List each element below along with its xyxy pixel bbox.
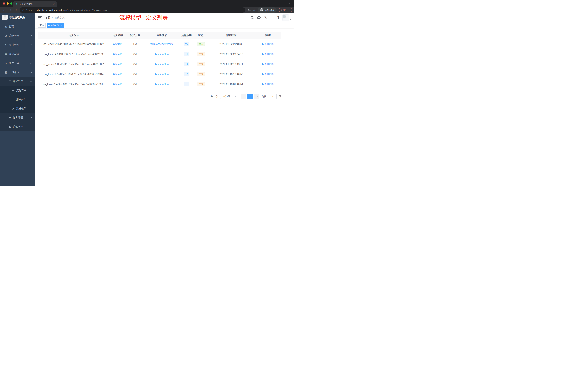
form-link[interactable]: /bpm/oa/flow	[155, 53, 169, 55]
chevron-up-icon	[30, 81, 32, 83]
warning-icon: ⚠	[22, 9, 24, 11]
zoom-window-button[interactable]	[10, 2, 12, 5]
key-icon[interactable]	[247, 9, 251, 12]
process-version-cell: v5	[179, 39, 194, 49]
definition-category-cell: OA	[126, 59, 144, 69]
assign-rule-link[interactable]: 分配规则	[262, 52, 274, 55]
close-icon[interactable]: ×	[61, 24, 63, 26]
browser-tab[interactable]: 芋道管理系统 ×	[13, 1, 57, 7]
app-title: 芋道管理系统	[10, 16, 25, 19]
address-bar[interactable]: ⚠ 不安全 dashboard.yudao.iocoder.cn/bpm/man…	[20, 8, 245, 12]
process-version-cell: v4	[179, 49, 194, 59]
person-icon	[262, 83, 264, 85]
reload-button[interactable]: ↻	[13, 7, 18, 13]
chevron-down-icon	[30, 34, 32, 36]
logo-row[interactable]: 芋道管理系统	[0, 13, 35, 22]
prev-page-button[interactable]	[241, 94, 246, 99]
tab-title: 芋道管理系统	[19, 2, 51, 6]
bookmark-star-icon[interactable]: ☆	[253, 8, 255, 12]
assign-rule-link[interactable]: 分配规则	[262, 82, 274, 86]
sidebar-item-1[interactable]: ⚙系统管理	[0, 31, 35, 40]
sidebar-item-0[interactable]: ◉首页	[0, 22, 35, 31]
sidebar-item-2[interactable]: ¥支付管理	[0, 40, 35, 50]
assign-rule-link[interactable]: 分配规则	[262, 62, 274, 66]
form-icon: ▤	[11, 89, 15, 92]
back-button[interactable]: ←	[2, 7, 7, 13]
minimize-window-button[interactable]	[7, 2, 9, 5]
sidebar-item-label: 任务管理	[13, 116, 23, 119]
tab-strip: 芋道管理系统 × +	[0, 0, 294, 7]
avatar[interactable]	[282, 14, 289, 21]
status-tag: 挂起	[197, 82, 205, 86]
sidebar-item-11[interactable]: 请假查询	[0, 122, 35, 131]
sidebar-item-5[interactable]: ▣工作流程	[0, 68, 35, 77]
dashboard-icon: ◉	[4, 25, 8, 28]
definition-id-cell: oa_leave:3:1fad3d93-7b75-11ec-a3c8-acde4…	[38, 59, 109, 69]
process-version-cell: v2	[179, 69, 194, 79]
user-menu[interactable]	[282, 14, 291, 21]
definition-name-link[interactable]: OA 请假	[113, 52, 122, 55]
forward-button[interactable]: →	[7, 7, 13, 13]
chevron-down-icon[interactable]	[289, 2, 291, 4]
operation-cell: 分配规则	[255, 39, 281, 49]
search-icon[interactable]	[251, 16, 254, 19]
goto-page-input[interactable]	[269, 94, 277, 99]
user-group-icon: ◫	[11, 98, 15, 101]
tab-close-icon[interactable]: ×	[52, 2, 55, 5]
browser-toolbar: ← → ↻ ⚠ 不安全 dashboard.yudao.iocoder.cn/b…	[0, 7, 294, 13]
tag-process-definition[interactable]: 流程定义 ×	[47, 23, 64, 28]
status-tag: 激活	[197, 42, 205, 46]
breadcrumb: 首页 / 流程定义	[45, 16, 64, 19]
breadcrumb-home[interactable]: 首页	[45, 16, 50, 19]
sidebar-item-6[interactable]: ≣流程管理	[0, 77, 35, 86]
sidebar-item-label: 流程模型	[16, 107, 26, 110]
security-label: 不安全	[26, 8, 33, 12]
status-tag: 挂起	[197, 72, 205, 76]
kebab-menu-icon[interactable]: ⋮	[287, 8, 290, 12]
definition-category-cell: OA	[126, 69, 144, 79]
definition-name-link[interactable]: OA 请假	[113, 72, 122, 75]
operation-cell: 分配规则	[255, 59, 281, 69]
fullscreen-icon[interactable]	[270, 16, 273, 19]
form-link[interactable]: /bpm/oa/flow	[155, 63, 169, 66]
workflow-icon: ▣	[4, 71, 8, 74]
hamburger-icon[interactable]	[38, 16, 42, 19]
sidebar-item-8[interactable]: ◫用户分组	[0, 95, 35, 104]
update-button[interactable]: 更新 ⋮	[279, 8, 292, 12]
form-link[interactable]: /bpm/oa/leave/create	[150, 43, 174, 45]
github-icon[interactable]	[257, 16, 261, 20]
sidebar-item-10[interactable]: ⚑任务管理	[0, 113, 35, 122]
deploy-time-cell: 2022-01-16 01:40:51	[208, 79, 255, 89]
col-definition-name: 定义名称	[109, 32, 126, 39]
form-link[interactable]: /bpm/oa/flow	[155, 83, 169, 86]
page-1-button[interactable]: 1	[247, 94, 252, 99]
table-row: oa_leave:3:1fad3d93-7b75-11ec-a3c8-acde4…	[38, 59, 281, 69]
definition-name-link[interactable]: OA 请假	[113, 62, 122, 65]
form-info-cell: /bpm/oa/leave/create	[144, 39, 179, 49]
new-tab-button[interactable]: +	[58, 1, 64, 6]
definition-id-cell: oa_leave:5:004b710b-7b8a-11ec-8ef0-acde4…	[38, 39, 109, 49]
status-cell: 挂起	[194, 59, 208, 69]
help-icon[interactable]: ?	[264, 16, 267, 19]
close-window-button[interactable]	[3, 2, 5, 5]
sidebar-item-3[interactable]: ▦基础设施	[0, 50, 35, 59]
tag-home[interactable]: 首页	[38, 23, 46, 28]
page-size-select[interactable]: 10条/页	[220, 94, 238, 99]
caret-down-icon	[290, 19, 291, 20]
definition-id-cell: oa_leave:2:3c1f0ef1-76b1-11ec-9c66-a2380…	[38, 69, 109, 79]
table-row: oa_leave:5:004b710b-7b8a-11ec-8ef0-acde4…	[38, 39, 281, 49]
form-link[interactable]: /bpm/oa/flow	[155, 73, 169, 76]
definition-name-link[interactable]: OA 请假	[113, 42, 122, 45]
assign-rule-link[interactable]: 分配规则	[262, 72, 274, 76]
url-text: dashboard.yudao.iocoder.cn/bpm/manager/d…	[37, 9, 108, 11]
pager: 1	[241, 94, 260, 99]
page-size-value: 10条/页	[222, 95, 230, 98]
sidebar-item-9[interactable]: ➤流程模型	[0, 104, 35, 113]
assign-rule-link[interactable]: 分配规则	[262, 42, 274, 45]
next-page-button[interactable]	[254, 94, 260, 99]
definition-name-cell: OA 请假	[109, 59, 126, 69]
definition-name-link[interactable]: OA 请假	[113, 82, 122, 85]
font-size-icon[interactable]: TT	[276, 16, 279, 19]
sidebar-item-7[interactable]: ▤流程表单	[0, 86, 35, 95]
sidebar-item-4[interactable]: ⌂研发工具	[0, 59, 35, 68]
